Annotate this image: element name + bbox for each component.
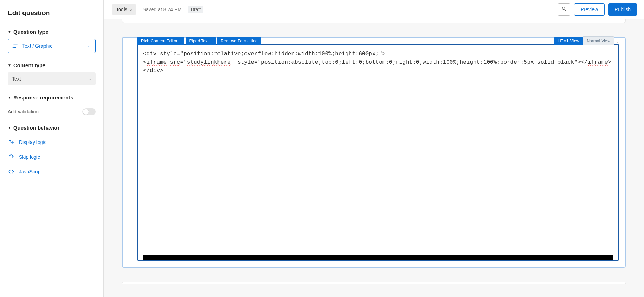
search-button[interactable] xyxy=(558,3,570,16)
question-card[interactable]: Rich Content Editor... Piped Text... Rem… xyxy=(122,37,626,268)
response-requirements-heading[interactable]: ▼ Response requirements xyxy=(8,90,96,105)
code-text xyxy=(167,59,170,65)
question-type-select[interactable]: Text / Graphic ⌄ xyxy=(8,39,96,53)
code-text: > xyxy=(608,59,611,65)
chevron-down-icon: ▼ xyxy=(8,126,11,130)
code-icon xyxy=(8,168,15,175)
code-text: < xyxy=(143,59,147,65)
question-type-heading[interactable]: ▼ Question type xyxy=(8,25,96,39)
chevron-down-icon: ⌄ xyxy=(129,7,132,11)
code-text: iframe xyxy=(588,59,608,65)
display-logic-link[interactable]: Display logic xyxy=(8,135,96,150)
search-icon xyxy=(561,6,567,13)
svg-line-7 xyxy=(565,9,566,11)
chevron-down-icon: ▼ xyxy=(8,96,11,99)
behavior-item-label: Display logic xyxy=(19,139,47,145)
tab-remove-formatting[interactable]: Remove Formatting xyxy=(217,37,261,45)
branch-icon xyxy=(8,139,15,145)
chevron-down-icon: ⌄ xyxy=(88,76,92,81)
add-validation-label: Add validation xyxy=(8,109,39,115)
more-icon[interactable]: .. xyxy=(614,39,619,45)
svg-point-6 xyxy=(562,7,565,10)
tools-button[interactable]: Tools ⌄ xyxy=(112,4,136,15)
black-bar xyxy=(143,255,613,260)
chevron-down-icon: ▼ xyxy=(8,63,11,67)
question-behavior-label: Question behavior xyxy=(13,125,60,131)
code-text: iframe xyxy=(147,59,167,65)
behavior-item-label: Skip logic xyxy=(19,154,40,160)
editor-frame: Rich Content Editor... Piped Text... Rem… xyxy=(137,44,619,261)
skip-logic-link[interactable]: Skip logic xyxy=(8,150,96,164)
content-type-label: Content type xyxy=(13,62,46,68)
next-question-card[interactable] xyxy=(122,282,626,284)
publish-button[interactable]: Publish xyxy=(608,3,637,16)
chevron-down-icon: ▼ xyxy=(8,30,11,34)
tab-html-view[interactable]: HTML View xyxy=(554,37,583,45)
question-select-checkbox[interactable] xyxy=(129,46,134,50)
text-graphic-icon xyxy=(12,43,19,49)
add-validation-toggle[interactable] xyxy=(82,108,96,115)
code-text: </div> xyxy=(143,68,163,74)
sidebar: Edit question ▼ Question type xyxy=(0,0,104,297)
code-text: " style="position:absolute;top:0;left:0;… xyxy=(231,59,588,65)
editor-tabs: Rich Content Editor... Piped Text... Rem… xyxy=(137,36,619,45)
tools-label: Tools xyxy=(116,7,127,12)
page-title: Edit question xyxy=(0,9,103,25)
content-type-select[interactable]: Text ⌄ xyxy=(8,72,96,85)
saved-text: Saved at 8:24 PM xyxy=(143,7,182,12)
tab-normal-view[interactable]: Normal View xyxy=(583,36,614,45)
previous-question-card[interactable] xyxy=(122,19,626,23)
canvas: Rich Content Editor... Piped Text... Rem… xyxy=(104,19,644,297)
toggle-knob xyxy=(83,109,89,115)
tab-piped-text[interactable]: Piped Text... xyxy=(186,37,216,45)
content-type-value: Text xyxy=(12,76,21,82)
code-editor[interactable]: <div style="position:relative;overflow:h… xyxy=(138,45,618,255)
tab-rich-content-editor[interactable]: Rich Content Editor... xyxy=(137,37,184,45)
code-text: =" xyxy=(180,59,187,65)
toolbar: Tools ⌄ Saved at 8:24 PM Draft Preview P… xyxy=(104,0,644,19)
code-text: src xyxy=(170,59,180,65)
chevron-down-icon: ⌄ xyxy=(88,43,91,48)
question-behavior-heading[interactable]: ▼ Question behavior xyxy=(8,120,96,135)
javascript-link[interactable]: JavaScript xyxy=(8,164,96,179)
question-type-value: Text / Graphic xyxy=(22,43,52,49)
main-area: Tools ⌄ Saved at 8:24 PM Draft Preview P… xyxy=(104,0,644,297)
question-type-label: Question type xyxy=(13,29,48,35)
code-text: studylinkhere xyxy=(187,59,231,65)
preview-button[interactable]: Preview xyxy=(574,3,605,16)
content-type-heading[interactable]: ▼ Content type xyxy=(8,58,96,72)
response-requirements-label: Response requirements xyxy=(13,95,73,101)
draft-badge: Draft xyxy=(188,6,203,13)
behavior-item-label: JavaScript xyxy=(19,169,42,174)
skip-icon xyxy=(8,154,15,160)
code-text: <div style="position:relative;overflow:h… xyxy=(143,51,385,57)
